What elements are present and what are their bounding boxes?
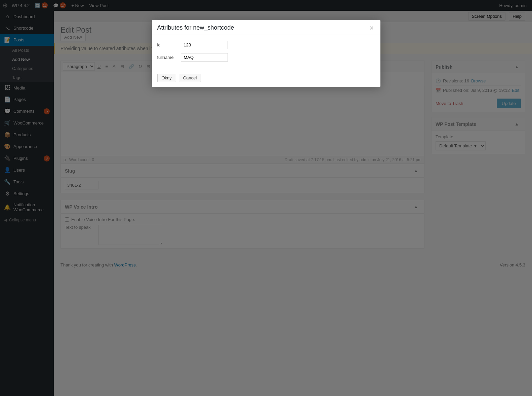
modal-overlay[interactable]: Attributes for new_shortcode × id fullna…: [0, 0, 532, 396]
modal-dialog: Attributes for new_shortcode × id fullna…: [152, 20, 380, 87]
modal-title: Attributes for new_shortcode: [157, 24, 234, 31]
modal-body: id fullname: [152, 35, 380, 71]
id-label: id: [157, 42, 177, 47]
modal-footer: Okay Cancel: [152, 71, 380, 87]
modal-close-button[interactable]: ×: [368, 25, 375, 31]
okay-button[interactable]: Okay: [157, 74, 176, 82]
fullname-input[interactable]: [181, 53, 228, 62]
cancel-button[interactable]: Cancel: [179, 74, 201, 82]
modal-field-fullname: fullname: [157, 53, 375, 62]
modal-header: Attributes for new_shortcode ×: [152, 20, 380, 35]
id-input[interactable]: [181, 41, 228, 49]
modal-field-id: id: [157, 41, 375, 49]
fullname-label: fullname: [157, 55, 177, 60]
